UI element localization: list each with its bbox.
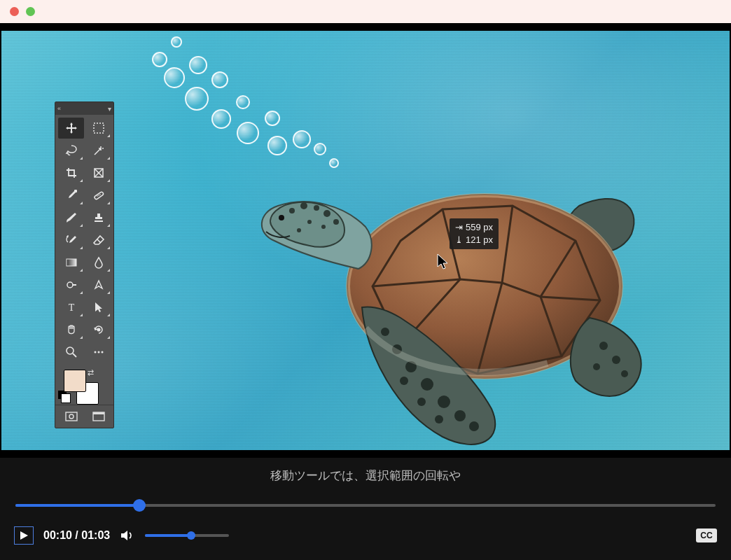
bubble (152, 52, 167, 67)
readout-y: 121 px (466, 234, 493, 246)
bubble (314, 143, 326, 155)
pen-tool[interactable] (85, 274, 111, 295)
readout-x: 559 px (466, 221, 493, 234)
quick-mask-toggle[interactable] (58, 408, 84, 425)
bubble (265, 111, 280, 126)
tools-panel[interactable]: « ▾ (55, 102, 114, 428)
svg-rect-47 (66, 412, 77, 421)
transform-readout: ⇥559 px ⤓121 px (450, 218, 499, 249)
foreground-swatch[interactable] (64, 370, 86, 392)
clone-stamp-tool[interactable] (85, 207, 111, 228)
bubble (185, 87, 209, 111)
swap-colors-icon[interactable]: ⇄ (88, 368, 94, 377)
svg-point-37 (67, 282, 73, 288)
zoom-tool[interactable] (58, 342, 84, 363)
lasso-tool[interactable] (58, 140, 84, 161)
svg-point-11 (279, 215, 284, 220)
svg-rect-26 (94, 123, 104, 133)
svg-point-45 (97, 351, 99, 354)
svg-point-19 (400, 377, 408, 385)
stamp-icon (92, 211, 105, 224)
svg-point-44 (94, 351, 96, 354)
edit-toolbar-button[interactable] (85, 342, 111, 363)
progress-slider[interactable] (15, 504, 716, 507)
svg-point-41 (97, 328, 100, 332)
bubble (164, 67, 185, 88)
bandage-icon (92, 189, 105, 202)
play-button[interactable] (14, 526, 34, 545)
bubble (236, 95, 250, 109)
lasso-icon (65, 144, 78, 157)
pen-icon (92, 279, 105, 291)
svg-point-25 (593, 363, 600, 370)
svg-point-8 (321, 225, 326, 229)
svg-point-35 (99, 194, 101, 195)
current-time: 00:10 (43, 529, 72, 541)
svg-point-42 (67, 347, 74, 354)
svg-text:T: T (68, 302, 74, 313)
video-controls: 移動ツールでは、選択範囲の回転や 00:10 / 01:03 CC (0, 458, 731, 560)
type-tool[interactable]: T (58, 297, 84, 318)
volume-slider[interactable] (145, 534, 229, 537)
eyedropper-tool[interactable] (58, 185, 84, 206)
turtle-illustration (260, 167, 653, 447)
time-separator: / (72, 529, 81, 541)
panel-menu-icon[interactable]: ▾ (108, 105, 111, 113)
svg-line-43 (73, 354, 76, 357)
svg-point-9 (307, 220, 312, 224)
frame-tool[interactable] (85, 162, 111, 183)
svg-point-20 (417, 398, 426, 406)
svg-point-46 (101, 351, 103, 354)
bubble (171, 36, 182, 48)
zoom-icon (65, 346, 78, 358)
marquee-icon (92, 122, 105, 134)
window-titlebar (0, 0, 731, 23)
svg-point-17 (469, 421, 479, 431)
svg-point-18 (381, 328, 389, 336)
cursor-icon (437, 253, 450, 270)
closed-captions-button[interactable]: CC (696, 528, 717, 542)
brush-tool[interactable] (58, 207, 84, 228)
brush-icon (65, 211, 78, 224)
rectangular-marquee-tool[interactable] (85, 118, 111, 139)
crop-tool[interactable] (58, 162, 84, 183)
svg-rect-50 (93, 412, 104, 414)
path-selection-tool[interactable] (85, 297, 111, 318)
tools-grid: T (55, 115, 113, 365)
svg-point-21 (435, 415, 443, 424)
history-brush-icon (65, 234, 78, 246)
svg-rect-31 (74, 190, 77, 192)
screen-mode-toggle[interactable] (85, 408, 111, 425)
rotate-view-tool[interactable] (85, 319, 111, 340)
eraser-tool[interactable] (85, 230, 111, 251)
move-tool[interactable] (58, 118, 84, 139)
gradient-tool[interactable] (58, 252, 84, 273)
svg-rect-36 (67, 259, 76, 266)
bubble (237, 122, 259, 144)
duration: 01:03 (81, 529, 110, 541)
healing-brush-tool[interactable] (85, 185, 111, 206)
arrow-right-icon: ⇥ (455, 221, 463, 234)
blur-tool[interactable] (85, 252, 111, 273)
tools-panel-header[interactable]: « ▾ (55, 102, 113, 115)
volume-thumb[interactable] (187, 531, 195, 540)
quick-selection-tool[interactable] (85, 140, 111, 161)
volume-fill (145, 534, 191, 537)
progress-fill (15, 504, 139, 507)
hand-tool[interactable] (58, 319, 84, 340)
progress-thumb[interactable] (133, 499, 146, 512)
collapse-left-icon[interactable]: « (57, 105, 61, 112)
transport-row: 00:10 / 01:03 CC (0, 519, 731, 552)
rotate-icon (92, 323, 105, 336)
frame-icon (92, 167, 105, 179)
editor-canvas[interactable]: ⇥559 px ⤓121 px « ▾ (1, 31, 730, 450)
tools-panel-footer (55, 405, 113, 428)
history-brush-tool[interactable] (58, 230, 84, 251)
window-close-dot[interactable] (10, 7, 19, 16)
color-swatches[interactable]: ⇄ (55, 365, 113, 405)
gradient-icon (65, 256, 78, 269)
volume-button[interactable] (120, 528, 135, 542)
dodge-tool[interactable] (58, 274, 84, 295)
svg-point-10 (297, 228, 301, 232)
window-zoom-dot[interactable] (26, 7, 35, 16)
